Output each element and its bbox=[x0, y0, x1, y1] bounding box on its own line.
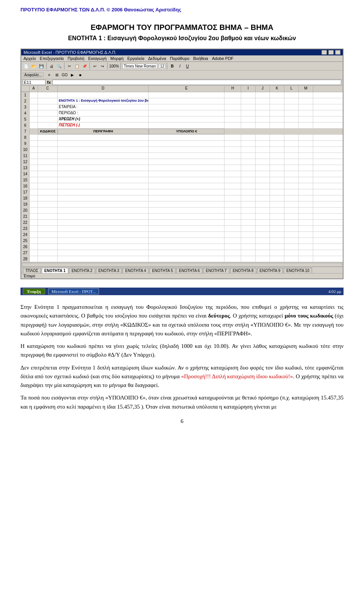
cell-1-C[interactable] bbox=[38, 92, 58, 98]
cell-2-L[interactable] bbox=[284, 98, 299, 104]
toolbar-font-name[interactable]: Times New Roman bbox=[122, 64, 158, 69]
cell-7-E[interactable]: ΥΠΟΛΟΙΠΟ € bbox=[149, 129, 224, 134]
cell-4-M[interactable] bbox=[299, 110, 313, 116]
toolbar-open[interactable]: 📂 bbox=[30, 63, 37, 69]
col-header-A[interactable]: A bbox=[30, 86, 38, 92]
menu-tools[interactable]: Εργαλεία bbox=[127, 56, 144, 61]
tab-enotita6[interactable]: ΕΝΟΤΗΤΑ 6 bbox=[176, 268, 202, 273]
toolbar-cut[interactable]: ✂ bbox=[66, 63, 73, 69]
scroll-track[interactable] bbox=[22, 263, 342, 267]
tab-enotita9[interactable]: ΕΝΟΤΗΤΑ 9 bbox=[257, 268, 283, 273]
col-header-K[interactable]: K bbox=[270, 86, 284, 92]
cell-2-K[interactable] bbox=[270, 98, 284, 104]
toolbar-bold[interactable]: B bbox=[169, 63, 176, 69]
col-header-I[interactable]: I bbox=[241, 86, 256, 92]
cell-5-H[interactable] bbox=[224, 116, 241, 122]
cell-4-H[interactable] bbox=[224, 110, 241, 116]
cell-1-M[interactable] bbox=[299, 92, 313, 98]
cell-3-H[interactable] bbox=[224, 104, 241, 110]
cell-2-H[interactable] bbox=[224, 98, 241, 104]
cell-6-L[interactable] bbox=[284, 123, 299, 128]
cell-6-J[interactable] bbox=[256, 123, 270, 128]
cell-7-J[interactable] bbox=[256, 129, 270, 134]
cell-2-E[interactable] bbox=[149, 98, 224, 104]
cell-6-A[interactable] bbox=[30, 123, 38, 128]
cell-7-H[interactable] bbox=[224, 129, 241, 134]
cell-2-D[interactable]: ΕΝΟΤΗΤΑ 1 : Εισαγωγή Φορολογικού Ισοζυγί… bbox=[58, 98, 149, 104]
cell-6-M[interactable] bbox=[299, 123, 313, 128]
cell-6-K[interactable] bbox=[270, 123, 284, 128]
menu-help[interactable]: Βοήθεια bbox=[193, 56, 208, 61]
cell-3-J[interactable] bbox=[256, 104, 270, 110]
cell-1-L[interactable] bbox=[284, 92, 299, 98]
tab-enotita2[interactable]: ΕΝΟΤΗΤΑ 2 bbox=[69, 268, 95, 273]
cell-7-I[interactable] bbox=[241, 129, 256, 134]
cell-1-K[interactable] bbox=[270, 92, 284, 98]
cell-2-I[interactable] bbox=[241, 98, 256, 104]
tab-enotita1[interactable]: ΕΝΟΤΗΤΑ 1 bbox=[42, 268, 68, 273]
cell-1-H[interactable] bbox=[224, 92, 241, 98]
cell-5-J[interactable] bbox=[256, 116, 270, 122]
cell-2-M[interactable] bbox=[299, 98, 313, 104]
cell-7-L[interactable] bbox=[284, 129, 299, 134]
col-header-H[interactable]: H bbox=[224, 86, 241, 92]
menu-adobe[interactable]: Adobe PDF bbox=[212, 56, 234, 61]
menu-format[interactable]: Μορφή bbox=[110, 56, 124, 61]
cell-7-K[interactable] bbox=[270, 129, 284, 134]
cell-1-D[interactable] bbox=[58, 92, 149, 98]
cell-4-C[interactable] bbox=[38, 110, 58, 116]
cell-3-D[interactable]: ΕΤΑΙΡΕΙΑ : bbox=[58, 104, 149, 110]
name-box[interactable] bbox=[23, 80, 46, 85]
col-header-J[interactable]: J bbox=[256, 86, 270, 92]
tab-tplos[interactable]: ΤΠΛΟΣ bbox=[23, 268, 41, 273]
cell-4-D[interactable]: ΠΕΡΙΟΔΟ : bbox=[58, 110, 149, 116]
cell-4-E[interactable] bbox=[149, 110, 224, 116]
menu-edit[interactable]: Επεξεργασία bbox=[40, 56, 64, 61]
tab-enotita3[interactable]: ΕΝΟΤΗΤΑ 3 bbox=[96, 268, 122, 273]
cell-5-K[interactable] bbox=[270, 116, 284, 122]
toolbar-preview[interactable]: 🔍 bbox=[56, 63, 63, 69]
h-scroll-bar[interactable] bbox=[21, 262, 343, 267]
toolbar-btn-misc3[interactable]: ▶ bbox=[69, 71, 76, 78]
cell-2-C[interactable] bbox=[38, 98, 58, 104]
cell-2-J[interactable] bbox=[256, 98, 270, 104]
cell-7-M[interactable] bbox=[299, 129, 313, 134]
cell-7-D[interactable]: ΠΕΡΙΓΡΑΦΗ bbox=[58, 129, 149, 134]
toolbar-btn-misc4[interactable]: ■ bbox=[77, 71, 83, 78]
cell-5-E[interactable] bbox=[149, 116, 224, 122]
cell-1-E[interactable] bbox=[149, 92, 224, 98]
menu-insert[interactable]: Εισαγωγή bbox=[88, 56, 107, 61]
toolbar-copy[interactable]: 📋 bbox=[74, 63, 80, 69]
col-header-E[interactable]: E bbox=[149, 86, 224, 92]
tab-enotita10[interactable]: ΕΝΟΤΗΤΑ 10 bbox=[284, 268, 312, 273]
tab-enotita8[interactable]: ΕΝΟΤΗΤΑ 8 bbox=[230, 268, 256, 273]
cell-5-A[interactable] bbox=[30, 116, 38, 122]
taskbar-excel-item[interactable]: Microsoft Excel - ΠΡΟΤ... bbox=[48, 288, 99, 294]
cell-3-I[interactable] bbox=[241, 104, 256, 110]
cell-4-A[interactable] bbox=[30, 110, 38, 116]
close-button[interactable]: × bbox=[335, 50, 340, 55]
cell-1-I[interactable] bbox=[241, 92, 256, 98]
toolbar-italic[interactable]: I bbox=[176, 63, 183, 69]
toolbar-print[interactable]: 🖨 bbox=[48, 63, 55, 69]
toolbar-underline[interactable]: U bbox=[184, 63, 191, 69]
col-header-L[interactable]: L bbox=[284, 86, 299, 92]
cell-4-K[interactable] bbox=[270, 110, 284, 116]
tab-enotita7[interactable]: ΕΝΟΤΗΤΑ 7 bbox=[203, 268, 229, 273]
menu-file[interactable]: Αρχείο bbox=[24, 56, 36, 61]
cell-3-C[interactable] bbox=[38, 104, 58, 110]
toolbar-font-size[interactable]: 12 bbox=[159, 64, 165, 69]
cell-5-C[interactable] bbox=[38, 116, 58, 122]
cell-6-D[interactable]: ΠΙΣΤΩΣΗ (-) bbox=[58, 123, 149, 128]
formula-input[interactable] bbox=[52, 80, 341, 85]
col-header-D[interactable]: D bbox=[58, 86, 149, 92]
toolbar-paste[interactable]: 📌 bbox=[81, 63, 88, 69]
minimize-button[interactable]: _ bbox=[322, 50, 327, 55]
cell-4-J[interactable] bbox=[256, 110, 270, 116]
toolbar-redo[interactable]: ↪ bbox=[99, 63, 106, 69]
cell-6-E[interactable] bbox=[149, 123, 224, 128]
cell-1-A[interactable] bbox=[30, 92, 38, 98]
menu-data[interactable]: Δεδομένα bbox=[148, 56, 166, 61]
col-header-M[interactable]: M bbox=[299, 86, 313, 92]
cell-3-K[interactable] bbox=[270, 104, 284, 110]
